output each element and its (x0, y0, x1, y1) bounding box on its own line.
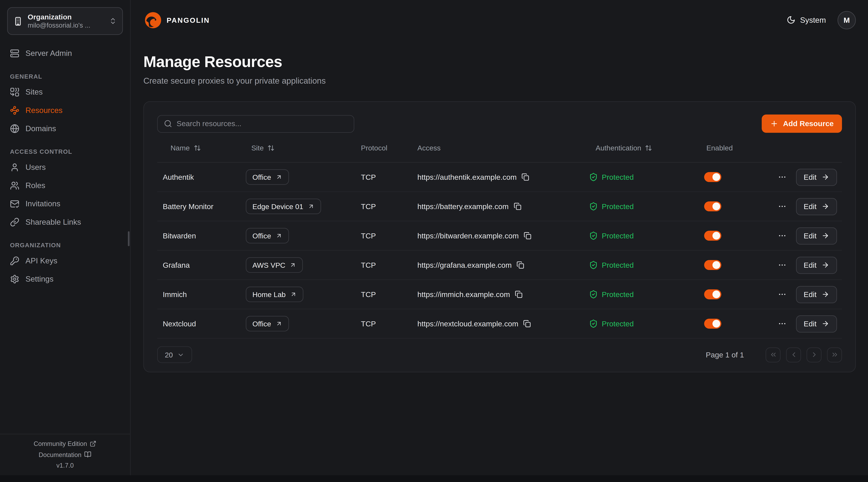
copy-url-button[interactable] (524, 232, 532, 239)
auth-status-label: Protected (602, 232, 633, 240)
page-size-select[interactable]: 20 (157, 346, 192, 363)
access-url: https://nextcloud.example.com (417, 320, 518, 328)
more-horizontal-icon (778, 319, 786, 328)
sites-icon (10, 88, 19, 97)
site-link-button[interactable]: Office (246, 169, 289, 185)
edit-button[interactable]: Edit (796, 286, 837, 303)
sidebar-item-server-admin[interactable]: Server Admin (8, 44, 122, 62)
sidebar-item-resources[interactable]: Resources (8, 101, 122, 120)
sort-icon[interactable] (193, 144, 201, 151)
row-menu-button[interactable] (776, 201, 787, 212)
table-row: Immich Home Lab TCP https://immich.examp… (157, 280, 842, 309)
sidebar-item-shareable-links[interactable]: Shareable Links (8, 213, 122, 231)
documentation-link[interactable]: Documentation (39, 451, 92, 458)
sidebar-item-sites[interactable]: Sites (8, 83, 122, 101)
row-menu-button[interactable] (776, 230, 787, 242)
external-link-icon (90, 440, 96, 447)
auth-status-label: Protected (602, 320, 633, 328)
copy-url-button[interactable] (523, 320, 531, 328)
row-menu-button[interactable] (776, 289, 787, 300)
arrow-right-icon (822, 173, 829, 181)
sidebar-scrollbar-thumb[interactable] (128, 231, 130, 246)
sort-icon[interactable] (268, 144, 275, 151)
sort-icon[interactable] (645, 144, 652, 151)
sidebar-item-settings[interactable]: Settings (8, 270, 122, 288)
table-header-row: Name Site Protocol Access Authentication… (157, 133, 842, 163)
sidebar-item-roles[interactable]: Roles (8, 176, 122, 195)
auth-status-label: Protected (602, 202, 633, 211)
site-link-button[interactable]: Office (246, 316, 289, 331)
enabled-toggle[interactable] (704, 260, 721, 270)
site-link-button[interactable]: Office (246, 228, 289, 244)
enabled-toggle[interactable] (704, 172, 721, 182)
chevrons-right-icon (831, 351, 838, 359)
column-header-site: Site (240, 143, 355, 152)
enabled-toggle[interactable] (704, 289, 721, 299)
access-cell: https://immich.example.com (412, 290, 584, 299)
version-label: v1.7.0 (56, 462, 74, 469)
column-header-authentication: Authentication (584, 143, 699, 152)
edit-button[interactable]: Edit (796, 256, 837, 274)
sidebar-item-invitations[interactable]: Invitations (8, 195, 122, 213)
topbar-right: System M (787, 11, 856, 29)
enabled-toggle[interactable] (704, 319, 721, 329)
pagination-status: Page 1 of 1 (706, 351, 744, 359)
avatar[interactable]: M (838, 11, 856, 29)
next-page-button[interactable] (807, 347, 822, 362)
row-menu-button[interactable] (776, 260, 787, 271)
edit-button[interactable]: Edit (796, 227, 837, 244)
shield-check-icon (589, 319, 598, 328)
brand[interactable]: PANGOLIN (144, 10, 210, 30)
sidebar-item-domains[interactable]: Domains (8, 120, 122, 138)
copy-url-button[interactable] (514, 202, 522, 210)
arrow-right-icon (822, 320, 829, 328)
auth-status-label: Protected (602, 261, 633, 269)
first-page-button[interactable] (766, 347, 780, 362)
site-link-button[interactable]: AWS VPC (246, 257, 303, 273)
table-row: Authentik Office TCP https://authentik.e… (157, 163, 842, 192)
theme-selector[interactable]: System (787, 15, 826, 24)
pagination: Page 1 of 1 (706, 347, 842, 362)
authentication-cell: Protected (584, 202, 699, 211)
main-area: PANGOLIN System M Manage Resources Creat… (131, 0, 868, 475)
org-text: Organization milo@fossorial.io's ... (28, 12, 104, 30)
search-input[interactable] (177, 120, 347, 128)
sidebar-footer: Community Edition Documentation v1.7.0 (0, 434, 130, 475)
site-link-button[interactable]: Home Lab (246, 287, 304, 302)
chevrons-left-icon (769, 351, 777, 359)
copy-url-button[interactable] (522, 173, 529, 181)
add-resource-button[interactable]: Add Resource (762, 115, 842, 133)
previous-page-button[interactable] (786, 347, 801, 362)
access-cell: https://grafana.example.com (412, 261, 584, 269)
site-link-button[interactable]: Edge Device 01 (246, 199, 321, 214)
sidebar-item-label: Settings (26, 275, 54, 284)
last-page-button[interactable] (827, 347, 842, 362)
actions-cell: Edit (778, 168, 842, 186)
plus-icon (770, 120, 779, 128)
page-head: Manage Resources Create secure proxies t… (144, 53, 856, 87)
chevron-right-icon (810, 351, 818, 359)
row-menu-button[interactable] (776, 318, 787, 329)
sidebar-item-api-keys[interactable]: API Keys (8, 252, 122, 270)
sidebar-item-users[interactable]: Users (8, 158, 122, 176)
org-selector[interactable]: Organization milo@fossorial.io's ... (7, 7, 123, 35)
edit-button[interactable]: Edit (796, 198, 837, 215)
authentication-cell: Protected (584, 319, 699, 328)
resource-name-cell: Authentik (157, 173, 240, 181)
enabled-toggle[interactable] (704, 201, 721, 211)
sidebar-section-organization: ORGANIZATION (8, 242, 122, 248)
row-menu-button[interactable] (776, 171, 787, 183)
copy-icon (514, 202, 522, 210)
mail-check-icon (10, 199, 19, 208)
resource-name-cell: Bitwarden (157, 232, 240, 240)
column-header-name: Name (157, 143, 240, 152)
edit-button[interactable]: Edit (796, 168, 837, 186)
community-edition-link[interactable]: Community Edition (34, 440, 96, 447)
copy-url-button[interactable] (517, 261, 524, 269)
org-value: milo@fossorial.io's ... (28, 21, 104, 30)
copy-url-button[interactable] (515, 290, 523, 298)
pangolin-logo (144, 10, 163, 30)
edit-button[interactable]: Edit (796, 315, 837, 332)
more-horizontal-icon (778, 231, 786, 240)
enabled-toggle[interactable] (704, 231, 721, 240)
